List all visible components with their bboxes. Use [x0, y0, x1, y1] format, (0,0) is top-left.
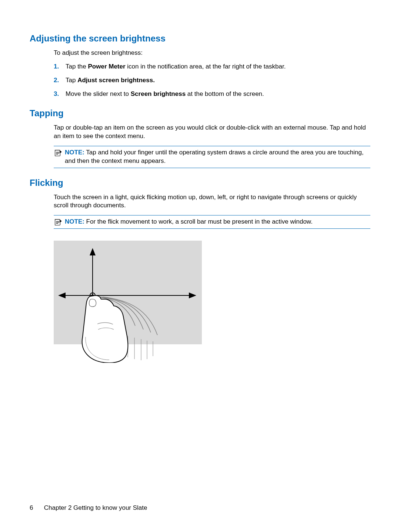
document-page: Adjusting the screen brightness To adjus… [0, 0, 400, 532]
step-text-bold: Power Meter [88, 63, 126, 70]
flicking-illustration [54, 241, 370, 364]
step-number: 3. [54, 90, 59, 98]
note-tapping: NOTE: Tap and hold your finger until the… [54, 146, 370, 168]
step-1: 1. Tap the Power Meter icon in the notif… [54, 63, 370, 71]
note-label: NOTE: [65, 218, 84, 225]
intro-adjusting-brightness: To adjust the screen brightness: [54, 49, 370, 57]
step-text-bold: Screen brightness [131, 90, 186, 97]
step-text: Tap the [66, 63, 88, 70]
page-number: 6 [30, 504, 42, 512]
step-text: Tap [66, 77, 77, 84]
para-flicking: Touch the screen in a light, quick flick… [54, 193, 370, 210]
note-label: NOTE: [65, 149, 84, 156]
note-icon [54, 149, 62, 157]
note-text: For the flick movement to work, a scroll… [84, 218, 313, 225]
step-text-bold: Adjust screen brightness [77, 77, 153, 84]
step-text: . [153, 77, 155, 84]
step-3: 3. Move the slider next to Screen bright… [54, 90, 370, 98]
para-tapping: Tap or double-tap an item on the screen … [54, 124, 370, 141]
page-footer: 6 Chapter 2 Getting to know your Slate [30, 504, 147, 512]
chapter-title: Chapter 2 Getting to know your Slate [44, 504, 147, 511]
step-number: 2. [54, 76, 59, 85]
note-flicking: NOTE: For the flick movement to work, a … [54, 215, 370, 229]
note-icon [54, 218, 62, 226]
step-text: at the bottom of the screen. [186, 90, 264, 97]
step-number: 1. [54, 63, 59, 71]
step-2: 2. Tap Adjust screen brightness. [54, 76, 370, 85]
step-text: Move the slider next to [66, 90, 131, 97]
heading-adjusting-brightness: Adjusting the screen brightness [30, 33, 370, 44]
note-text: Tap and hold your finger until the opera… [65, 149, 364, 164]
step-text: icon in the notification area, at the fa… [126, 63, 286, 70]
svg-rect-0 [54, 241, 202, 344]
heading-tapping: Tapping [30, 108, 370, 118]
steps-adjusting-brightness: 1. Tap the Power Meter icon in the notif… [54, 63, 370, 98]
heading-flicking: Flicking [30, 178, 370, 188]
